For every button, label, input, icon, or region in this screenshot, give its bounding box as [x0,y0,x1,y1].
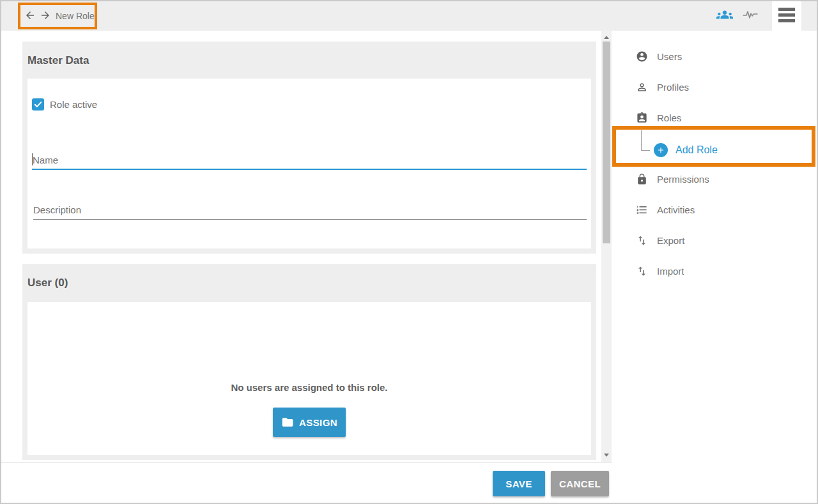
sidebar-label: Import [657,266,684,277]
role-editor-window: New Role Master Data Role active Name [0,0,818,504]
master-data-panel: Master Data Role active Name Description [22,42,596,254]
sidebar-label: Roles [657,112,681,123]
master-data-card: Role active Name Description [27,79,591,248]
top-bar: New Role [0,0,818,31]
check-icon [33,100,43,109]
action-bar: SAVE CANCEL [0,462,612,503]
assign-button[interactable]: ASSIGN [273,408,346,437]
role-active-row: Role active [32,98,97,111]
sidebar-item-activities[interactable]: Activities [612,194,815,225]
import-export-icon [636,234,648,247]
sidebar-label: Export [657,235,684,246]
sidebar-label: Users [657,51,682,62]
content-area: Master Data Role active Name Description… [0,31,612,462]
sidebar-item-export[interactable]: Export [612,225,815,256]
hamburger-menu-icon[interactable] [772,0,801,31]
description-input-underline [33,219,587,220]
people-group-icon[interactable] [716,6,733,23]
breadcrumb-title: New Role [56,11,95,21]
sidebar-label: Add Role [675,144,718,156]
name-input[interactable]: Name [33,155,58,165]
sidebar-menu: Users Profiles Roles Add Role Permission… [612,31,817,504]
user-card: No users are assigned to this role. ASSI… [27,302,591,455]
assign-button-label: ASSIGN [299,417,337,428]
sidebar-label: Activities [657,204,695,215]
user-panel-title: User (0) [27,277,68,289]
folder-icon [281,416,294,429]
vertical-scrollbar[interactable] [601,31,612,462]
cancel-button[interactable]: CANCEL [551,471,609,496]
sidebar-label: Permissions [657,174,709,185]
account-circle-icon [636,50,648,63]
sidebar-label: Profiles [657,82,689,93]
activity-pulse-icon[interactable] [742,8,759,21]
sidebar-item-users[interactable]: Users [612,41,815,72]
add-circle-icon [654,143,668,157]
sidebar-item-permissions[interactable]: Permissions [612,164,815,194]
person-outline-icon [636,81,648,93]
import-export-icon [636,265,648,277]
sidebar-item-add-role[interactable]: Add Role [612,126,815,167]
scroll-down-icon[interactable] [604,454,609,457]
back-icon[interactable] [24,10,36,21]
user-panel: User (0) No users are assigned to this r… [22,264,596,460]
description-input[interactable]: Description [33,204,81,215]
scrollbar-thumb[interactable] [603,42,610,243]
sidebar-item-import[interactable]: Import [612,256,815,286]
scroll-up-icon[interactable] [604,36,609,39]
role-active-label: Role active [50,99,97,110]
role-active-checkbox[interactable] [32,98,44,111]
forward-icon[interactable] [40,10,51,21]
sidebar-item-profiles[interactable]: Profiles [612,72,815,102]
empty-users-message: No users are assigned to this role. [27,382,591,393]
name-input-underline [32,169,587,170]
lock-icon [636,173,648,185]
master-data-title: Master Data [27,54,89,67]
numbered-list-icon [636,204,648,216]
save-button[interactable]: SAVE [493,471,545,496]
assignment-badge-icon [636,112,648,124]
